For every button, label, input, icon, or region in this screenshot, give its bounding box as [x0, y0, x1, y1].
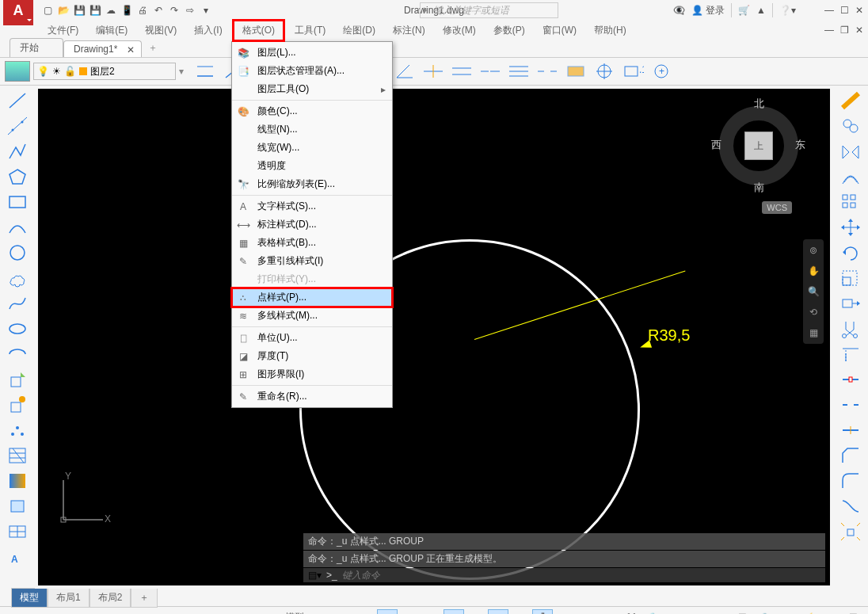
sc-icon[interactable]: ⛶	[621, 609, 641, 615]
saveas-icon[interactable]: 💾	[89, 4, 101, 17]
make-block-icon[interactable]	[4, 393, 31, 417]
doc-close-icon[interactable]: ✕	[855, 25, 863, 36]
ws-icon[interactable]: ⚙	[665, 609, 686, 615]
extend-icon[interactable]	[837, 342, 864, 366]
hardware-icon[interactable]: ⚡	[798, 609, 819, 615]
undo-icon[interactable]: ↶	[152, 4, 165, 17]
snap-icon[interactable]: ⸬	[333, 609, 353, 615]
revcloud-icon[interactable]	[4, 266, 31, 290]
arc-icon[interactable]	[4, 215, 31, 239]
menu-insert[interactable]: 插入(I)	[186, 21, 230, 40]
menu-item-rename[interactable]: ✎重命名(R)...	[232, 387, 392, 406]
scale-icon[interactable]	[837, 266, 864, 290]
dim-update-icon[interactable]: +	[648, 60, 675, 82]
tab-add-button[interactable]: ＋	[142, 39, 164, 57]
dim-angular-icon[interactable]	[391, 60, 418, 82]
menu-tool[interactable]: 工具(T)	[287, 21, 333, 40]
circle-icon[interactable]	[4, 241, 31, 265]
ortho-icon[interactable]: ∟	[377, 609, 398, 615]
save-icon[interactable]: 💾	[73, 4, 86, 17]
layout-tab-model[interactable]: 模型	[11, 588, 48, 608]
menu-param[interactable]: 参数(P)	[485, 21, 533, 40]
status-model-label[interactable]: 模型	[280, 611, 309, 614]
tpy-icon[interactable]: ◫	[577, 609, 597, 615]
menu-item-layer-state[interactable]: 📑图层状态管理器(A)...	[232, 62, 392, 80]
polyline-icon[interactable]	[4, 139, 31, 163]
dim-quick-icon[interactable]	[420, 60, 447, 82]
blend-icon[interactable]	[837, 494, 864, 518]
layout-tab-layout1[interactable]: 布局1	[48, 588, 89, 608]
share-icon[interactable]: ⇨	[184, 4, 196, 17]
print-icon[interactable]: 🖨	[136, 4, 149, 17]
line-icon[interactable]	[4, 89, 31, 113]
chamfer-icon[interactable]	[837, 444, 864, 467]
array-icon[interactable]	[837, 190, 864, 214]
menu-item-linetype[interactable]: 线型(N)...	[232, 120, 392, 139]
tab-start[interactable]: 开始	[10, 38, 63, 57]
dim-break-icon[interactable]	[534, 60, 561, 82]
phone-icon[interactable]: 📱	[120, 4, 133, 17]
units-display-icon[interactable]: ▥	[710, 609, 730, 615]
layout-tab-add[interactable]: ＋	[131, 588, 158, 608]
spline-icon[interactable]	[4, 292, 31, 315]
xline-icon[interactable]	[4, 114, 31, 138]
lwt-icon[interactable]: ≡	[554, 609, 575, 615]
inspection-icon[interactable]: .1	[619, 60, 646, 82]
maximize-icon[interactable]: ☐	[840, 5, 849, 16]
viewcube-top-face[interactable]: 上	[744, 132, 773, 160]
dim-baseline-icon[interactable]	[448, 60, 475, 82]
menu-modify[interactable]: 修改(M)	[435, 21, 484, 40]
ellipse-icon[interactable]	[4, 317, 31, 341]
menu-item-text-style[interactable]: A文字样式(S)...	[232, 197, 392, 215]
center-mark-icon[interactable]	[591, 60, 618, 82]
menu-item-mleader-style[interactable]: ✎多重引线样式(I)	[232, 252, 392, 270]
dim-space-icon[interactable]	[505, 60, 532, 82]
clean-screen-icon[interactable]: ▭	[820, 609, 841, 615]
ellipse-arc-icon[interactable]	[4, 342, 31, 366]
cart-icon[interactable]: 🛒	[738, 5, 750, 16]
offset-icon[interactable]	[837, 165, 864, 189]
nav-wheel-icon[interactable]: ⊚	[805, 242, 821, 258]
menu-item-units[interactable]: ⎕单位(U)...	[232, 329, 392, 347]
tab-close-icon[interactable]: ✕	[127, 44, 135, 55]
tab-drawing[interactable]: Drawing1*✕	[63, 40, 142, 57]
dim-continue-icon[interactable]	[477, 60, 504, 82]
qp-icon[interactable]: ▣	[599, 609, 619, 615]
menu-item-table-style[interactable]: ▦表格样式(B)...	[232, 234, 392, 252]
tolerance-icon[interactable]	[562, 60, 589, 82]
otrack-icon[interactable]: ∠	[488, 609, 508, 615]
quick-props-icon[interactable]: ☰	[732, 609, 752, 615]
break-point-icon[interactable]	[837, 368, 864, 391]
stretch-icon[interactable]	[837, 292, 864, 315]
region-icon[interactable]	[4, 494, 31, 518]
menu-item-dim-style[interactable]: ⟷标注样式(D)...	[232, 215, 392, 234]
copy-icon[interactable]	[837, 114, 864, 138]
search-icon[interactable]: 👁‍🗨	[673, 5, 685, 16]
layout-tab-layout2[interactable]: 布局2	[89, 588, 131, 608]
layer-dropdown[interactable]: 💡 ☀ 🔓 图层2	[33, 63, 176, 80]
infer-icon[interactable]: ⊥	[355, 609, 375, 615]
command-text-input[interactable]	[342, 570, 820, 581]
doc-minimize-icon[interactable]: —	[824, 25, 834, 36]
open-icon[interactable]: 📂	[57, 4, 70, 17]
showmotion-icon[interactable]: ▦	[805, 325, 821, 341]
cmd-menu-icon[interactable]: ▤▾	[308, 570, 322, 581]
customize-icon[interactable]: ☰	[843, 609, 863, 615]
qat-more-icon[interactable]: ▾	[200, 4, 212, 17]
menu-file[interactable]: 文件(F)	[40, 21, 86, 40]
menu-window[interactable]: 窗口(W)	[535, 21, 584, 40]
join-icon[interactable]	[837, 418, 864, 442]
menu-item-mline-style[interactable]: ≋多线样式(M)...	[232, 307, 392, 325]
viewcube[interactable]: 上 北 南 东 西	[711, 98, 806, 193]
menu-item-color[interactable]: 🎨颜色(C)...	[232, 102, 392, 120]
erase-icon[interactable]	[837, 89, 864, 113]
menu-view[interactable]: 视图(V)	[137, 21, 185, 40]
table-icon[interactable]	[4, 520, 31, 543]
lock-ui-icon[interactable]: 🔒	[754, 609, 775, 615]
grid-icon[interactable]: ▦	[310, 609, 331, 615]
drawing-canvas[interactable]: R39,5 Y X 上 北 南 东 西 WCS ⊚ ✋	[38, 89, 830, 585]
hatch-icon[interactable]	[4, 444, 31, 467]
osnap-icon[interactable]: □	[444, 609, 464, 615]
dyn-icon[interactable]: ➕	[532, 609, 553, 615]
3dosnap-icon[interactable]: ◳	[466, 609, 486, 615]
